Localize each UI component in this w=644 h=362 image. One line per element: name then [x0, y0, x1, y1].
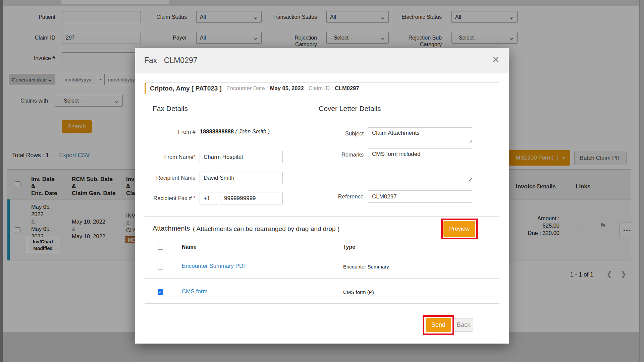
preview-highlight-box: [441, 219, 478, 239]
reference-input[interactable]: [368, 190, 472, 203]
close-icon[interactable]: ✕: [492, 55, 499, 64]
attachment-row1-name-link[interactable]: Encounter Summary PDF: [182, 263, 247, 269]
attachments-col-name: Name: [182, 244, 197, 250]
reference-label: Reference: [313, 193, 364, 200]
encounter-date-label: Encounter Date :: [226, 85, 268, 92]
from-name-label: From Name*: [145, 154, 196, 161]
back-button[interactable]: Back: [454, 318, 473, 332]
remarks-label: Remarks: [313, 151, 364, 158]
send-highlight-box: [423, 315, 454, 335]
attachment-row1-type: Encounter Summary: [343, 264, 389, 269]
recipient-name-label: Recipient Name: [145, 174, 196, 181]
cover-letter-heading: Cover Letter Details: [319, 105, 381, 113]
attachments-heading: Attachments: [153, 225, 190, 232]
claim-id-value: CLM0297: [335, 85, 359, 92]
attachment-row1-checkbox[interactable]: [158, 264, 163, 269]
fax-modal-header: Fax - CLM0297 ✕: [135, 48, 509, 73]
recipient-fax-input[interactable]: [220, 192, 283, 204]
fax-details-heading: Fax Details: [153, 105, 188, 113]
attachment-row2-checkbox[interactable]: ✓: [158, 289, 163, 295]
attachments-divider: [145, 216, 499, 217]
attachments-col-type: Type: [343, 244, 355, 250]
patient-info-bar: Criptoo, Amy [ PAT023 ] Encounter Date :…: [145, 82, 499, 94]
attachment-row2-name-link[interactable]: CMS form: [182, 288, 208, 295]
from-number-value: 18888888888 ( John Smith ): [200, 128, 284, 135]
required-marker: *: [194, 195, 196, 201]
attachments-header-line: [145, 253, 499, 253]
remarks-textarea[interactable]: CMS form included: [368, 148, 472, 181]
attachment-row2-line: [145, 303, 499, 304]
subject-label: Subject: [313, 130, 364, 137]
attachments-hint: ( Attachments can be rearranged by drag …: [193, 225, 339, 233]
from-name-input[interactable]: [200, 151, 283, 163]
country-code-input[interactable]: [200, 192, 218, 204]
encounter-date-value: May 05, 2022: [270, 85, 304, 92]
attachment-row2-type: CMS form (P): [343, 289, 374, 295]
subject-textarea[interactable]: Claim Attachments: [368, 127, 472, 143]
check-icon: ✓: [159, 290, 162, 295]
attachments-select-all-checkbox[interactable]: [158, 244, 163, 250]
patient-name: Criptoo, Amy [ PAT023 ]: [150, 85, 222, 92]
required-marker: *: [194, 154, 196, 160]
recipient-fax-label: Recipient Fax # *: [139, 195, 196, 202]
modal-title: Fax - CLM0297: [144, 56, 198, 65]
attachment-row1-line: [145, 278, 499, 279]
from-number-label: From #: [145, 128, 196, 135]
fax-modal: Fax - CLM0297 ✕ Criptoo, Amy [ PAT023 ] …: [135, 48, 509, 344]
recipient-name-input[interactable]: [200, 172, 283, 184]
claim-id-label: Claim ID :: [309, 85, 333, 92]
